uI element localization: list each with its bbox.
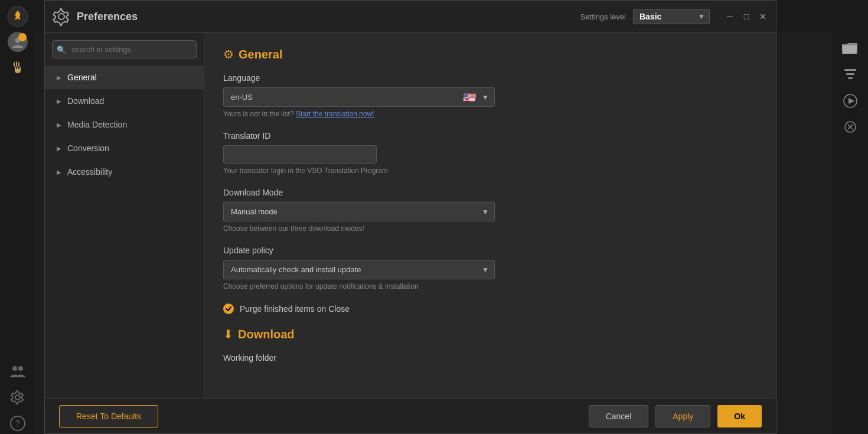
apply-button[interactable]: Apply [655,405,710,428]
general-heading-text: General [239,48,282,61]
cancel-button[interactable]: Cancel [589,405,649,428]
group-icon[interactable] [7,361,28,382]
svg-text:?: ? [15,419,20,428]
dialog-title: Preferences [77,11,138,23]
dialog-footer: Reset To Defaults Cancel Apply Ok [45,398,776,433]
translator-id-hint: Your translator login in the VSO Transla… [223,167,757,175]
preferences-gear-icon [52,7,71,26]
language-hint: Yours is not in the list? Start the tran… [223,110,757,118]
translator-id-group: Translator ID Your translator login in t… [223,131,757,175]
nav-item-general[interactable]: ▶ General [45,66,204,89]
nav-item-download[interactable]: ▶ Download [45,89,204,113]
reset-defaults-button[interactable]: Reset To Defaults [59,405,158,428]
title-bar: Preferences Settings level Basic Advance… [45,1,776,33]
svg-rect-7 [844,69,856,71]
svg-marker-11 [849,98,854,104]
svg-point-4 [15,395,20,400]
window-controls: ─ □ ✕ [724,11,769,22]
ok-button[interactable]: Ok [717,405,762,428]
folder-icon[interactable] [840,38,861,60]
title-bar-right: Settings level Basic Advanced Expert ▼ ─… [580,9,769,24]
svg-point-3 [18,366,23,371]
download-mode-select-wrapper[interactable]: Manual mode Automatic mode Scheduled mod… [223,202,495,221]
general-section-heading: ⚙ General [223,47,757,61]
general-heading-icon: ⚙ [223,47,234,61]
app-logo-icon[interactable] [7,6,28,27]
language-select-wrapper[interactable]: en-US fr-FR de-DE es-ES 🇺🇸 ▼ [223,87,495,107]
update-policy-group: Update policy Automatically check and in… [223,246,757,291]
search-box-container: 🔍 [52,40,197,58]
purge-checkbox[interactable] [223,304,234,314]
title-bar-left: Preferences [52,7,138,26]
translation-link[interactable]: Start the translation now! [296,110,374,118]
svg-point-15 [58,14,64,19]
dialog-body: 🔍 ▶ General ▶ Download ▶ Media Detection… [45,33,776,398]
search-box-wrapper: 🔍 [45,40,204,66]
download-mode-hint: Choose between our three download modes! [223,224,757,233]
download-mode-group: Download Mode Manual mode Automatic mode… [223,188,757,233]
notification-badge [18,33,27,41]
purge-label: Purge finished items on Close [240,304,350,314]
close-item-icon[interactable] [840,116,861,138]
update-policy-label: Update policy [223,246,757,255]
settings-level-label: Settings level [580,12,626,21]
pause-icon[interactable] [7,57,28,78]
language-hint-text: Yours is not in the list? [223,110,294,118]
settings-icon[interactable] [7,387,28,408]
left-sidebar: ? [0,0,35,434]
svg-rect-9 [848,77,853,79]
nav-label-accessibility: Accessibility [67,167,112,177]
nav-arrow-media-detection: ▶ [57,122,61,128]
translator-id-input[interactable] [223,145,377,164]
nav-label-download: Download [67,96,104,106]
search-input[interactable] [52,40,197,58]
update-policy-select[interactable]: Automatically check and install update C… [223,260,495,279]
flag-icon: 🇺🇸 [463,91,476,104]
nav-item-accessibility[interactable]: ▶ Accessibility [45,160,204,184]
footer-right-buttons: Cancel Apply Ok [589,405,762,428]
help-icon[interactable]: ? [7,413,28,434]
translator-id-label: Translator ID [223,131,757,141]
download-heading-text: Download [238,328,295,341]
download-mode-select[interactable]: Manual mode Automatic mode Scheduled mod… [223,202,495,221]
nav-label-media-detection: Media Detection [67,120,127,129]
working-folder-group: Working folder [223,353,757,363]
preferences-dialog: Preferences Settings level Basic Advance… [44,0,776,434]
minimize-button[interactable]: ─ [724,11,736,22]
nav-arrow-general: ▶ [57,74,61,81]
purge-checkbox-row[interactable]: Purge finished items on Close [223,304,757,314]
nav-label-general: General [67,73,97,82]
svg-rect-8 [846,73,854,75]
download-section-heading: ⬇ Download [223,327,757,341]
nav-arrow-accessibility: ▶ [57,169,61,175]
close-button[interactable]: ✕ [757,11,769,22]
nav-item-media-detection[interactable]: ▶ Media Detection [45,113,204,136]
nav-panel: 🔍 ▶ General ▶ Download ▶ Media Detection… [45,33,204,398]
update-policy-hint: Choose preferred options for update noti… [223,282,757,291]
nav-label-conversion: Conversion [67,143,109,153]
download-mode-label: Download Mode [223,188,757,197]
nav-item-conversion[interactable]: ▶ Conversion [45,136,204,160]
language-label: Language [223,73,757,83]
nav-arrow-conversion: ▶ [57,145,61,152]
app-right-panel [833,32,868,434]
filter-icon[interactable] [840,64,861,86]
user-avatar[interactable] [8,32,28,52]
nav-arrow-download: ▶ [57,98,61,105]
search-icon: 🔍 [57,45,66,54]
maximize-button[interactable]: □ [740,11,752,22]
language-group: Language en-US fr-FR de-DE es-ES 🇺🇸 ▼ Yo… [223,73,757,118]
update-policy-select-wrapper[interactable]: Automatically check and install update C… [223,260,495,279]
settings-level-select[interactable]: Basic Advanced Expert [633,9,710,24]
settings-level-wrapper[interactable]: Basic Advanced Expert ▼ [633,9,710,24]
download-heading-icon: ⬇ [223,327,233,341]
play-icon[interactable] [840,90,861,112]
language-select[interactable]: en-US fr-FR de-DE es-ES [223,87,495,107]
svg-point-2 [12,366,17,371]
content-panel: ⚙ General Language en-US fr-FR de-DE es-… [204,33,776,398]
working-folder-label: Working folder [223,353,757,363]
